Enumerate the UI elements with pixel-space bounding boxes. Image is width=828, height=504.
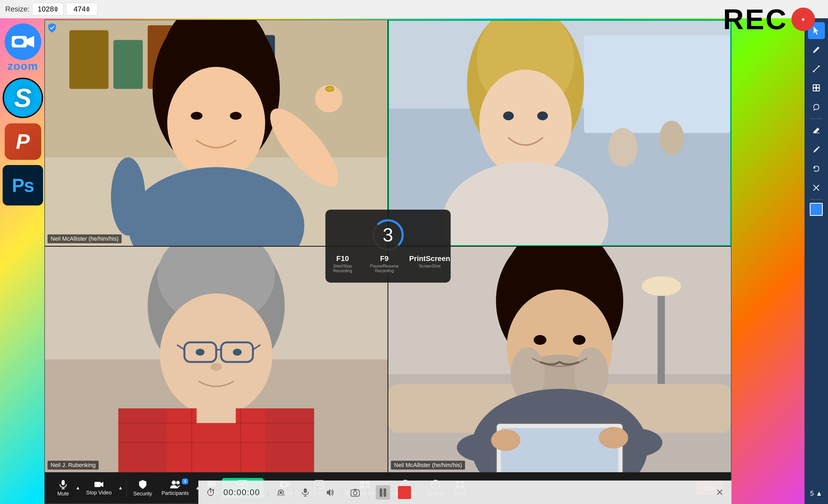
security-icon (138, 479, 147, 490)
height-arrows[interactable] (86, 6, 90, 12)
width-input[interactable]: 1028 (32, 3, 64, 15)
photoshop-app-icon[interactable]: Ps (3, 165, 43, 205)
svg-rect-113 (817, 85, 819, 88)
svg-point-42 (210, 363, 222, 370)
rec-stop-button[interactable] (398, 486, 411, 499)
left-app-icons: zoom S P Ps (0, 18, 46, 504)
svg-marker-118 (814, 166, 816, 169)
svg-point-69 (491, 429, 521, 451)
lasso-tool[interactable] (808, 98, 825, 115)
svg-point-28 (537, 111, 548, 121)
svg-rect-114 (813, 88, 816, 91)
undo-tool[interactable] (808, 160, 825, 177)
stop-video-btn-group: Stop Video ▲ (81, 478, 124, 498)
svg-rect-115 (817, 88, 819, 91)
mute-btn-group: Mute ▲ (53, 477, 81, 499)
eraser-tool[interactable] (808, 122, 825, 139)
video-chevron[interactable]: ▲ (117, 484, 124, 492)
svg-rect-53 (658, 286, 665, 384)
svg-point-106 (353, 491, 357, 495)
svg-point-110 (818, 65, 820, 67)
svg-rect-21 (584, 36, 730, 133)
shortcut-f10: F10 Start/Stop Recording (326, 255, 360, 273)
countdown-circle: 3 (372, 219, 404, 250)
skype-app-icon[interactable]: S (3, 78, 43, 118)
width-down-arrow[interactable] (54, 9, 58, 12)
rec-speaker-icon[interactable] (325, 488, 335, 497)
zoom-window: Neil McAllister (he/him/his) (44, 19, 732, 504)
width-up-arrow[interactable] (54, 6, 58, 9)
svg-marker-75 (101, 482, 104, 487)
security-button[interactable]: Security (129, 477, 157, 499)
separator-1 (126, 479, 127, 497)
participant-name-top-left: Neil McAllister (he/him/his) (47, 234, 122, 243)
width-arrows[interactable] (54, 6, 58, 12)
participant-name-bottom-left: Neil J. Rubenking (47, 461, 99, 470)
svg-rect-112 (813, 85, 816, 88)
zoom-app-icon[interactable]: zoom (5, 24, 41, 73)
camera-icon (94, 480, 104, 488)
svg-point-100 (280, 491, 282, 494)
svg-point-27 (503, 111, 514, 121)
svg-point-41 (233, 349, 242, 355)
rec-dot: ● (791, 8, 815, 31)
svg-point-61 (534, 335, 546, 345)
svg-rect-71 (61, 480, 65, 485)
pencil-tool[interactable] (808, 141, 825, 158)
participant-name-bottom-right: Neil McAllister (he/him/his) (391, 461, 465, 470)
resize-bar: Resize: 1028 474 (0, 0, 828, 18)
rec-text: REC (723, 3, 788, 36)
right-toolbar-separator (810, 119, 823, 119)
svg-point-23 (659, 121, 684, 155)
security-shield-icon (47, 23, 57, 33)
powerpoint-app-icon[interactable]: P (5, 123, 41, 160)
rec-divider-4 (342, 486, 343, 499)
pen-tool[interactable] (808, 41, 825, 58)
mute-chevron[interactable]: ▲ (74, 484, 81, 492)
color-swatch[interactable] (810, 203, 823, 216)
resize-label: Resize: (5, 5, 30, 13)
shape-tool[interactable] (808, 79, 825, 96)
svg-point-77 (176, 481, 180, 485)
height-input[interactable]: 474 (66, 3, 97, 15)
delete-tool[interactable] (808, 179, 825, 196)
rec-camera-icon[interactable] (276, 489, 286, 496)
pause-bar-2 (384, 488, 386, 497)
svg-point-76 (172, 480, 176, 485)
right-toolbar-separator-2 (810, 199, 823, 200)
rec-screenshot-icon[interactable] (350, 488, 360, 497)
svg-rect-5 (70, 30, 109, 89)
svg-point-11 (167, 67, 265, 179)
svg-point-54 (642, 276, 681, 296)
rec-mic-icon[interactable] (301, 488, 309, 497)
line-tool[interactable] (808, 60, 825, 77)
right-toolbar: 5 ▲ (804, 18, 828, 504)
rec-close-button[interactable]: ✕ (716, 487, 723, 498)
countdown-number: 3 (382, 224, 393, 245)
svg-rect-101 (277, 494, 285, 496)
svg-rect-102 (304, 488, 307, 493)
timer-icon: ⏱ (206, 487, 215, 498)
svg-point-26 (479, 70, 572, 177)
svg-rect-1 (14, 39, 24, 45)
svg-point-13 (230, 112, 242, 120)
participants-btn-group: 4 Participants ▲ (157, 478, 201, 498)
microphone-icon (59, 479, 68, 490)
height-up-arrow[interactable] (86, 6, 90, 9)
svg-marker-2 (27, 36, 34, 47)
shortcut-printscreen: PrintScreen ScreenShot (409, 255, 450, 269)
participants-count: 4 (182, 478, 188, 485)
svg-rect-74 (94, 482, 101, 487)
rec-indicator: REC ● (723, 3, 815, 36)
svg-point-109 (813, 71, 815, 72)
svg-rect-6 (114, 40, 143, 89)
mute-button[interactable]: Mute (53, 477, 74, 499)
height-down-arrow[interactable] (86, 9, 90, 12)
rec-pause-button[interactable] (376, 485, 390, 500)
svg-point-70 (599, 427, 628, 449)
participants-button[interactable]: 4 Participants (157, 478, 194, 498)
svg-point-12 (191, 112, 203, 120)
stop-video-button[interactable]: Stop Video (81, 478, 116, 498)
rec-divider-2 (293, 486, 294, 499)
svg-point-18 (326, 87, 334, 92)
